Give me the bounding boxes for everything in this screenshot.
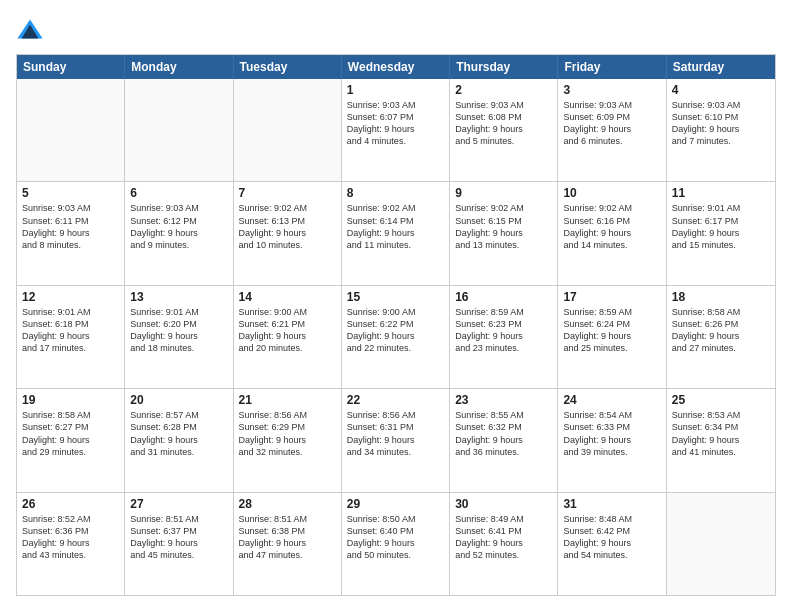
day-info: Sunrise: 8:51 AM Sunset: 6:38 PM Dayligh… xyxy=(239,513,336,562)
day-number: 31 xyxy=(563,497,660,511)
day-cell-13: 13Sunrise: 9:01 AM Sunset: 6:20 PM Dayli… xyxy=(125,286,233,388)
day-cell-20: 20Sunrise: 8:57 AM Sunset: 6:28 PM Dayli… xyxy=(125,389,233,491)
day-cell-12: 12Sunrise: 9:01 AM Sunset: 6:18 PM Dayli… xyxy=(17,286,125,388)
day-number: 18 xyxy=(672,290,770,304)
day-info: Sunrise: 9:03 AM Sunset: 6:07 PM Dayligh… xyxy=(347,99,444,148)
day-number: 2 xyxy=(455,83,552,97)
logo-icon xyxy=(16,16,44,44)
day-number: 9 xyxy=(455,186,552,200)
day-info: Sunrise: 8:56 AM Sunset: 6:31 PM Dayligh… xyxy=(347,409,444,458)
day-number: 29 xyxy=(347,497,444,511)
day-number: 21 xyxy=(239,393,336,407)
day-number: 14 xyxy=(239,290,336,304)
day-cell-8: 8Sunrise: 9:02 AM Sunset: 6:14 PM Daylig… xyxy=(342,182,450,284)
day-info: Sunrise: 8:57 AM Sunset: 6:28 PM Dayligh… xyxy=(130,409,227,458)
header-day-thursday: Thursday xyxy=(450,55,558,79)
day-cell-31: 31Sunrise: 8:48 AM Sunset: 6:42 PM Dayli… xyxy=(558,493,666,595)
day-cell-4: 4Sunrise: 9:03 AM Sunset: 6:10 PM Daylig… xyxy=(667,79,775,181)
header xyxy=(16,16,776,44)
empty-cell-0-2 xyxy=(234,79,342,181)
day-number: 23 xyxy=(455,393,552,407)
day-info: Sunrise: 9:00 AM Sunset: 6:21 PM Dayligh… xyxy=(239,306,336,355)
empty-cell-0-1 xyxy=(125,79,233,181)
header-day-sunday: Sunday xyxy=(17,55,125,79)
day-cell-2: 2Sunrise: 9:03 AM Sunset: 6:08 PM Daylig… xyxy=(450,79,558,181)
day-info: Sunrise: 8:58 AM Sunset: 6:26 PM Dayligh… xyxy=(672,306,770,355)
header-day-wednesday: Wednesday xyxy=(342,55,450,79)
day-cell-3: 3Sunrise: 9:03 AM Sunset: 6:09 PM Daylig… xyxy=(558,79,666,181)
day-number: 19 xyxy=(22,393,119,407)
day-cell-18: 18Sunrise: 8:58 AM Sunset: 6:26 PM Dayli… xyxy=(667,286,775,388)
day-info: Sunrise: 8:55 AM Sunset: 6:32 PM Dayligh… xyxy=(455,409,552,458)
day-number: 30 xyxy=(455,497,552,511)
calendar-row-2: 12Sunrise: 9:01 AM Sunset: 6:18 PM Dayli… xyxy=(17,285,775,388)
day-number: 28 xyxy=(239,497,336,511)
day-info: Sunrise: 8:58 AM Sunset: 6:27 PM Dayligh… xyxy=(22,409,119,458)
day-info: Sunrise: 8:52 AM Sunset: 6:36 PM Dayligh… xyxy=(22,513,119,562)
day-info: Sunrise: 8:54 AM Sunset: 6:33 PM Dayligh… xyxy=(563,409,660,458)
day-cell-29: 29Sunrise: 8:50 AM Sunset: 6:40 PM Dayli… xyxy=(342,493,450,595)
header-day-monday: Monday xyxy=(125,55,233,79)
day-info: Sunrise: 9:02 AM Sunset: 6:14 PM Dayligh… xyxy=(347,202,444,251)
day-cell-6: 6Sunrise: 9:03 AM Sunset: 6:12 PM Daylig… xyxy=(125,182,233,284)
day-cell-11: 11Sunrise: 9:01 AM Sunset: 6:17 PM Dayli… xyxy=(667,182,775,284)
day-number: 1 xyxy=(347,83,444,97)
day-info: Sunrise: 9:03 AM Sunset: 6:08 PM Dayligh… xyxy=(455,99,552,148)
day-info: Sunrise: 8:51 AM Sunset: 6:37 PM Dayligh… xyxy=(130,513,227,562)
day-number: 4 xyxy=(672,83,770,97)
day-cell-27: 27Sunrise: 8:51 AM Sunset: 6:37 PM Dayli… xyxy=(125,493,233,595)
day-info: Sunrise: 8:59 AM Sunset: 6:23 PM Dayligh… xyxy=(455,306,552,355)
day-info: Sunrise: 9:03 AM Sunset: 6:11 PM Dayligh… xyxy=(22,202,119,251)
day-number: 8 xyxy=(347,186,444,200)
day-info: Sunrise: 9:00 AM Sunset: 6:22 PM Dayligh… xyxy=(347,306,444,355)
day-info: Sunrise: 9:03 AM Sunset: 6:09 PM Dayligh… xyxy=(563,99,660,148)
calendar-body: 1Sunrise: 9:03 AM Sunset: 6:07 PM Daylig… xyxy=(17,79,775,595)
day-info: Sunrise: 8:48 AM Sunset: 6:42 PM Dayligh… xyxy=(563,513,660,562)
day-info: Sunrise: 9:01 AM Sunset: 6:20 PM Dayligh… xyxy=(130,306,227,355)
day-info: Sunrise: 8:49 AM Sunset: 6:41 PM Dayligh… xyxy=(455,513,552,562)
calendar-row-4: 26Sunrise: 8:52 AM Sunset: 6:36 PM Dayli… xyxy=(17,492,775,595)
day-info: Sunrise: 9:01 AM Sunset: 6:18 PM Dayligh… xyxy=(22,306,119,355)
day-number: 13 xyxy=(130,290,227,304)
day-cell-1: 1Sunrise: 9:03 AM Sunset: 6:07 PM Daylig… xyxy=(342,79,450,181)
day-info: Sunrise: 9:02 AM Sunset: 6:16 PM Dayligh… xyxy=(563,202,660,251)
day-number: 3 xyxy=(563,83,660,97)
day-cell-28: 28Sunrise: 8:51 AM Sunset: 6:38 PM Dayli… xyxy=(234,493,342,595)
day-info: Sunrise: 9:03 AM Sunset: 6:10 PM Dayligh… xyxy=(672,99,770,148)
day-info: Sunrise: 8:56 AM Sunset: 6:29 PM Dayligh… xyxy=(239,409,336,458)
day-number: 10 xyxy=(563,186,660,200)
day-cell-21: 21Sunrise: 8:56 AM Sunset: 6:29 PM Dayli… xyxy=(234,389,342,491)
day-number: 22 xyxy=(347,393,444,407)
day-cell-23: 23Sunrise: 8:55 AM Sunset: 6:32 PM Dayli… xyxy=(450,389,558,491)
day-number: 15 xyxy=(347,290,444,304)
day-number: 6 xyxy=(130,186,227,200)
day-number: 25 xyxy=(672,393,770,407)
day-number: 17 xyxy=(563,290,660,304)
day-cell-9: 9Sunrise: 9:02 AM Sunset: 6:15 PM Daylig… xyxy=(450,182,558,284)
calendar-row-0: 1Sunrise: 9:03 AM Sunset: 6:07 PM Daylig… xyxy=(17,79,775,181)
day-info: Sunrise: 8:50 AM Sunset: 6:40 PM Dayligh… xyxy=(347,513,444,562)
day-info: Sunrise: 9:02 AM Sunset: 6:15 PM Dayligh… xyxy=(455,202,552,251)
day-number: 16 xyxy=(455,290,552,304)
day-cell-14: 14Sunrise: 9:00 AM Sunset: 6:21 PM Dayli… xyxy=(234,286,342,388)
page: SundayMondayTuesdayWednesdayThursdayFrid… xyxy=(0,0,792,612)
day-cell-24: 24Sunrise: 8:54 AM Sunset: 6:33 PM Dayli… xyxy=(558,389,666,491)
day-cell-10: 10Sunrise: 9:02 AM Sunset: 6:16 PM Dayli… xyxy=(558,182,666,284)
day-info: Sunrise: 8:53 AM Sunset: 6:34 PM Dayligh… xyxy=(672,409,770,458)
day-number: 12 xyxy=(22,290,119,304)
day-cell-22: 22Sunrise: 8:56 AM Sunset: 6:31 PM Dayli… xyxy=(342,389,450,491)
day-info: Sunrise: 8:59 AM Sunset: 6:24 PM Dayligh… xyxy=(563,306,660,355)
calendar: SundayMondayTuesdayWednesdayThursdayFrid… xyxy=(16,54,776,596)
day-number: 7 xyxy=(239,186,336,200)
day-info: Sunrise: 9:03 AM Sunset: 6:12 PM Dayligh… xyxy=(130,202,227,251)
day-cell-30: 30Sunrise: 8:49 AM Sunset: 6:41 PM Dayli… xyxy=(450,493,558,595)
day-number: 26 xyxy=(22,497,119,511)
calendar-row-3: 19Sunrise: 8:58 AM Sunset: 6:27 PM Dayli… xyxy=(17,388,775,491)
day-number: 24 xyxy=(563,393,660,407)
day-number: 20 xyxy=(130,393,227,407)
day-cell-25: 25Sunrise: 8:53 AM Sunset: 6:34 PM Dayli… xyxy=(667,389,775,491)
calendar-row-1: 5Sunrise: 9:03 AM Sunset: 6:11 PM Daylig… xyxy=(17,181,775,284)
day-number: 11 xyxy=(672,186,770,200)
empty-cell-0-0 xyxy=(17,79,125,181)
day-cell-19: 19Sunrise: 8:58 AM Sunset: 6:27 PM Dayli… xyxy=(17,389,125,491)
